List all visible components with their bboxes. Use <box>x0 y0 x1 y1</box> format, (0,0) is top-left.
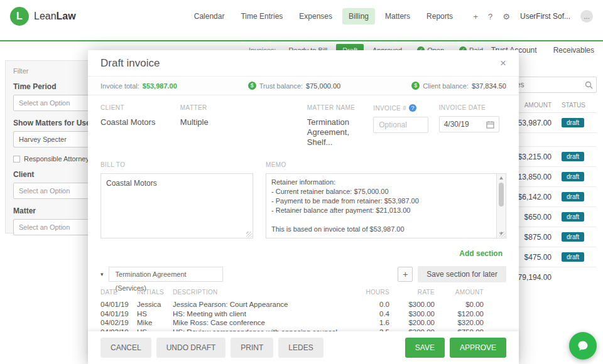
matter-value: Multiple <box>180 117 307 127</box>
scroll-up-icon[interactable] <box>499 176 503 179</box>
add-icon[interactable]: + <box>474 12 479 21</box>
section-row: ▾ Termination Agreement (Services) + Sav… <box>88 259 519 282</box>
add-section-row: Add section <box>88 238 519 259</box>
calendar-icon <box>486 120 494 129</box>
modal-footer: CANCEL UNDO DRAFT PRINT LEDES SAVE APPRO… <box>88 331 519 364</box>
nav-item-calendar[interactable]: Calendar <box>188 8 231 24</box>
line-item-row[interactable]: 04/01/19 Jessica Jessica Pearson: Court … <box>100 300 506 309</box>
save-section-for-later-button[interactable]: Save section for later <box>418 266 506 282</box>
status-badge: draft <box>562 118 584 127</box>
billto-memo-boxes: Coastal Motors Retainer information: - C… <box>88 168 519 238</box>
responsible-attorney-checkbox[interactable] <box>13 156 20 163</box>
collapse-caret-icon[interactable]: ▾ <box>100 271 104 277</box>
client-balance: $ Client balance: $37,834.50 <box>411 82 506 90</box>
invoice-date-value: 4/30/19 <box>444 120 469 129</box>
responsible-attorney-label: Responsible Attorney <box>24 155 89 163</box>
nav-item-expenses[interactable]: Expenses <box>293 8 339 24</box>
main-nav: Calendar Time Entries Expenses Billing M… <box>188 8 459 24</box>
draft-invoice-modal: Draft invoice × Invoice total: $53,987.0… <box>88 50 519 364</box>
brand[interactable]: L LeanLaw <box>10 7 76 26</box>
resize-handle[interactable] <box>246 232 252 237</box>
nav-item-billing[interactable]: Billing <box>342 8 375 24</box>
matter-name-value: Termination Agreement, Shelf... <box>307 117 373 147</box>
line-item-row[interactable]: 04/02/19 Mike Mike Ross: Case conference… <box>100 318 506 328</box>
line-items-header: DATE INITIALS DESCRIPTION HOURS RATE AMO… <box>100 289 506 300</box>
scroll-thumb[interactable] <box>499 183 504 206</box>
trust-balance-value: $75,000.00 <box>306 82 340 90</box>
invoice-number-help-icon[interactable]: ? <box>409 104 416 112</box>
chat-launcher-button[interactable] <box>569 332 597 360</box>
modal-title: Draft invoice <box>100 57 160 70</box>
nav-divider <box>0 40 603 41</box>
status-badge: draft <box>562 192 584 201</box>
chat-icon <box>577 340 589 352</box>
client-field: CLIENT Coastal Motors <box>100 104 180 147</box>
billto-memo-labels: BILL TO MEMO <box>88 147 519 168</box>
page: L LeanLaw Calendar Time Entries Expenses… <box>0 0 603 364</box>
client-coin-icon: $ <box>411 82 420 90</box>
status-badge: draft <box>562 212 584 222</box>
save-button[interactable]: SAVE <box>405 338 445 358</box>
invoice-fields: CLIENT Coastal Motors MATTER Multiple MA… <box>88 95 519 147</box>
nav-item-matters[interactable]: Matters <box>379 8 416 24</box>
avatar[interactable]: … <box>580 10 593 23</box>
invoice-number-field: INVOICE #? <box>373 104 438 147</box>
search-icon[interactable] <box>581 81 596 89</box>
add-section-link[interactable]: Add section <box>459 249 503 258</box>
nav-item-reports[interactable]: Reports <box>420 8 459 24</box>
memo-textarea[interactable]: Retainer information: - Current retainer… <box>266 173 506 238</box>
ledes-button[interactable]: LEDES <box>278 338 323 358</box>
line-item-row[interactable]: 04/01/19 HS HS: Meeting with client 0.4 … <box>100 309 506 319</box>
help-icon[interactable]: ? <box>488 12 492 21</box>
nav-item-time-entries[interactable]: Time Entries <box>234 8 289 24</box>
modal-header: Draft invoice × <box>88 50 519 77</box>
memo-scrollbar[interactable] <box>496 174 506 238</box>
invoice-total: Invoice total: $53,987.00 <box>100 82 177 90</box>
invoice-date-input[interactable]: 4/30/19 <box>439 116 499 132</box>
status-badge: draft <box>562 172 584 181</box>
leanlaw-logo-icon: L <box>10 7 29 26</box>
status-badge: draft <box>562 232 584 242</box>
add-line-button[interactable]: + <box>398 267 413 282</box>
resize-handle[interactable] <box>499 232 505 237</box>
balance-summary-bar: Invoice total: $53,987.00 $ Trust balanc… <box>88 77 519 95</box>
brand-name: LeanLaw <box>34 11 76 22</box>
line-items-table: DATE INITIALS DESCRIPTION HOURS RATE AMO… <box>88 282 519 336</box>
matter-field: MATTER Multiple <box>180 104 307 147</box>
print-button[interactable]: PRINT <box>231 338 273 358</box>
invoice-total-value: $53,987.00 <box>143 82 177 90</box>
undo-draft-button[interactable]: UNDO DRAFT <box>156 338 226 358</box>
receivables-link[interactable]: Receivables <box>553 46 594 55</box>
matter-name-field: MATTER NAME Termination Agreement, Shelf… <box>307 104 373 147</box>
trust-coin-icon: $ <box>248 82 256 90</box>
nav-right: + ? ⚙ UserFirst Sof... … <box>474 10 594 23</box>
approve-button[interactable]: APPROVE <box>450 338 506 358</box>
client-value: Coastal Motors <box>100 117 180 127</box>
user-menu[interactable]: UserFirst Sof... <box>520 12 570 21</box>
cancel-button[interactable]: CANCEL <box>100 338 151 358</box>
section-name-input[interactable]: Termination Agreement (Services) <box>109 267 223 282</box>
invoice-date-field: INVOICE DATE 4/30/19 <box>439 104 506 147</box>
invoice-number-input[interactable] <box>373 117 428 133</box>
client-balance-value: $37,834.50 <box>472 82 506 90</box>
close-icon[interactable]: × <box>500 57 506 70</box>
top-nav: L LeanLaw Calendar Time Entries Expenses… <box>0 0 603 33</box>
trust-balance: $ Trust balance: $75,000.00 <box>248 82 340 90</box>
bill-to-textarea[interactable]: Coastal Motors <box>100 173 253 238</box>
bill-to-label: BILL TO <box>100 161 266 168</box>
gear-icon[interactable]: ⚙ <box>503 12 510 21</box>
status-badge: draft <box>562 152 584 161</box>
status-badge: draft <box>562 252 584 262</box>
memo-label: MEMO <box>266 161 286 168</box>
status-column-header: STATUS <box>558 102 597 109</box>
